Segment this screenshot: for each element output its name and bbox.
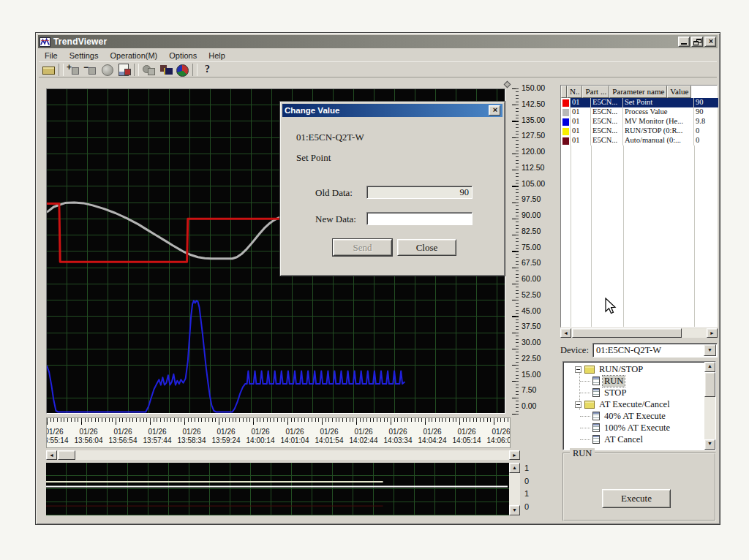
cell-part: E5CN...: [591, 98, 623, 107]
table-row[interactable]: 01 E5CN... Process Value 90: [561, 107, 717, 117]
cell-number: 01: [571, 136, 591, 145]
report-icon[interactable]: [116, 63, 132, 77]
time-label-time: 14:06:04: [487, 436, 511, 445]
menu-item[interactable]: Operation(M): [104, 50, 163, 61]
scroll-up-button[interactable]: ▲: [509, 463, 520, 473]
series-color-swatch: [562, 99, 569, 107]
time-label-date: 01/26: [350, 428, 378, 436]
cell-number: 01: [571, 107, 591, 117]
tree-item[interactable]: AT Cancel: [563, 434, 704, 445]
scroll-down-button[interactable]: ▼: [704, 439, 715, 450]
tree-expander-icon[interactable]: [575, 401, 581, 408]
column-header[interactable]: Value: [667, 86, 691, 98]
time-tick-marks: [47, 418, 510, 425]
layers-icon[interactable]: [157, 63, 174, 77]
table-row[interactable]: 01 E5CN... RUN/STOP (0:R... 0: [561, 126, 717, 136]
scrollbar-thumb[interactable]: [704, 372, 715, 397]
column-header[interactable]: Part ...: [582, 86, 609, 98]
time-label-date: 01/26: [75, 428, 103, 436]
change-value-dialog: Change Value × 01:E5CN-Q2T-W Set Point O…: [279, 101, 505, 276]
menu-item[interactable]: Options: [163, 50, 203, 61]
table-row[interactable]: 01 E5CN... MV Monitor (He... 9.8: [561, 117, 717, 126]
toolbar-separator[interactable]: [134, 64, 139, 76]
remove-trace-icon[interactable]: [82, 63, 99, 77]
tree-item-label: AT Execute/Cancel: [598, 399, 671, 410]
scrollbar-thumb[interactable]: [58, 450, 75, 460]
scroll-up-button[interactable]: ▲: [704, 362, 715, 372]
column-header[interactable]: [561, 86, 567, 98]
time-label-time: 14:02:44: [350, 436, 378, 445]
time-label-date: 01/26: [281, 428, 309, 436]
restore-button[interactable]: [691, 37, 703, 47]
table-scrollbar[interactable]: ◄ ►: [560, 328, 718, 338]
globe-icon[interactable]: [99, 63, 116, 77]
cell-part: E5CN...: [591, 107, 623, 117]
digital-axis-label: 1: [524, 489, 535, 498]
menu-item[interactable]: File: [39, 50, 64, 61]
scroll-right-button[interactable]: ►: [509, 450, 520, 460]
y-axis-tick-label: 127.50: [522, 132, 558, 140]
tree-item[interactable]: AT Execute/Cancel: [563, 398, 704, 410]
timeline-scrollbar[interactable]: ◄ ►: [46, 450, 520, 460]
time-label-time: 13:58:34: [178, 436, 206, 445]
digital-chart-scrollbar[interactable]: ▲ ▼: [509, 463, 520, 515]
dialog-close-icon[interactable]: ×: [489, 105, 500, 116]
combo-dropdown-button[interactable]: ▼: [704, 344, 716, 356]
table-row[interactable]: 01 E5CN... Auto/manual (0:... 0: [561, 136, 717, 145]
help-icon[interactable]: [199, 63, 216, 77]
scrollbar-thumb[interactable]: [572, 328, 682, 338]
cell-parameter-name: RUN/STOP (0:R...: [623, 126, 694, 136]
column-header[interactable]: Parameter name: [609, 86, 667, 98]
tree-item[interactable]: 40% AT Execute: [563, 410, 704, 422]
new-data-input[interactable]: [366, 212, 473, 225]
menu-item[interactable]: Settings: [64, 50, 105, 61]
digital-axis-label: 0: [524, 502, 535, 511]
digital-axis-label: 1: [524, 463, 535, 472]
y-axis-tick-label: 7.50: [522, 386, 558, 394]
tree-item[interactable]: STOP: [563, 387, 704, 398]
pie-icon[interactable]: [174, 63, 191, 77]
execute-button[interactable]: Execute: [602, 489, 671, 508]
scroll-left-button[interactable]: ◄: [560, 328, 571, 338]
table-empty-area: [561, 145, 717, 327]
scatter-icon[interactable]: [140, 63, 157, 77]
device-combobox[interactable]: 01:E5CN-Q2T-W ▼: [592, 343, 718, 357]
y-axis-tick-label: 105.00: [522, 180, 558, 188]
time-label-time: 13:56:04: [75, 436, 103, 445]
cell-parameter-name: MV Monitor (He...: [623, 117, 694, 126]
axis-slider-marker[interactable]: [504, 81, 511, 88]
time-label-time: 14:05:14: [453, 436, 481, 445]
column-header[interactable]: N..: [567, 86, 582, 98]
dialog-title-bar: Change Value ×: [282, 104, 503, 117]
add-trace-icon[interactable]: [65, 63, 82, 77]
time-label-date: 01/26: [46, 428, 68, 436]
dialog-close-button[interactable]: Close: [397, 239, 456, 256]
tree-item[interactable]: 100% AT Execute: [563, 422, 704, 434]
title-bar: TrendViewer ×: [38, 35, 718, 48]
scroll-right-button[interactable]: ►: [707, 328, 718, 338]
time-label-time: 14:03:34: [384, 436, 413, 445]
time-label-time: 13:55:14: [46, 436, 68, 445]
scroll-down-button[interactable]: ▼: [509, 505, 520, 515]
menu-item[interactable]: Help: [203, 50, 231, 61]
document-icon: [592, 435, 600, 444]
y-axis-tick-label: 90.00: [522, 211, 558, 219]
toolbar-separator[interactable]: [59, 64, 64, 76]
tree-expander-icon[interactable]: [575, 366, 581, 373]
open-file-icon[interactable]: [40, 63, 57, 77]
close-button[interactable]: ×: [704, 37, 716, 47]
toolbar-separator[interactable]: [192, 64, 197, 76]
document-icon: [592, 423, 600, 432]
cell-part: E5CN...: [591, 117, 623, 126]
table-row[interactable]: 01 E5CN... Set Point 90: [561, 98, 717, 107]
tree-scrollbar[interactable]: ▲ ▼: [704, 362, 715, 450]
scroll-left-button[interactable]: ◄: [46, 450, 57, 460]
send-button[interactable]: Send: [333, 239, 392, 256]
minimize-button[interactable]: [678, 37, 690, 47]
time-label-date: 01/26: [109, 428, 138, 436]
digital-series-plot: [46, 463, 508, 514]
y-axis-tick-label: 82.50: [522, 227, 558, 235]
tree-item[interactable]: RUN: [563, 375, 704, 387]
tree-item[interactable]: RUN/STOP: [563, 363, 704, 375]
run-group-legend: RUN: [570, 448, 595, 459]
